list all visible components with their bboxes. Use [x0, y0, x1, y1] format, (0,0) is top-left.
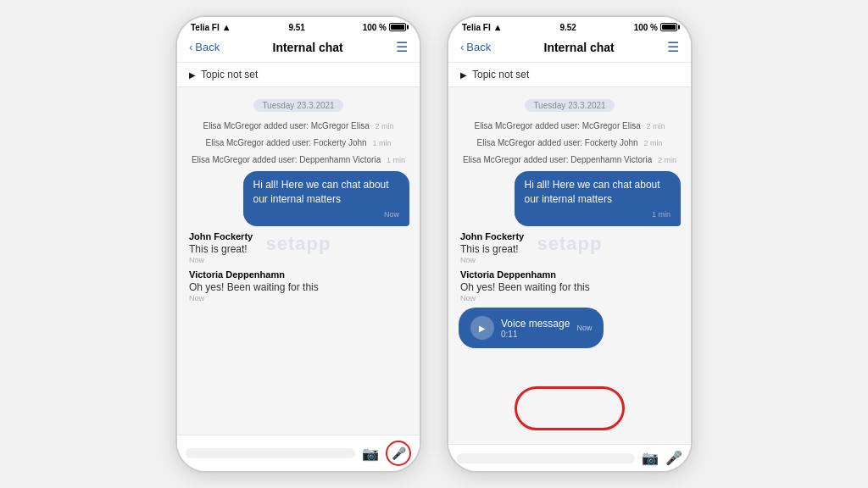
- system-msg-1-2: Elisa McGregor added user: Deppenhamn Vi…: [187, 154, 409, 166]
- incoming-msg-2-1: Victoria Deppenhamn Oh yes! Been waiting…: [459, 269, 681, 302]
- battery-fill-1: [391, 25, 404, 30]
- battery-icon-2: [660, 23, 677, 31]
- date-label-1: Tuesday 23.3.2021: [253, 99, 342, 112]
- back-arrow-1: ‹: [189, 41, 192, 53]
- system-msg-2-1: Elisa McGregor added user: Fockerty John…: [459, 137, 681, 149]
- chat-area-1[interactable]: Tuesday 23.3.2021 Elisa McGregor added u…: [177, 87, 420, 435]
- camera-icon-2[interactable]: 📷: [642, 450, 659, 466]
- input-bar-1: 📷 🎤: [177, 435, 420, 471]
- mic-icon-2[interactable]: 🎤: [665, 450, 682, 466]
- back-button-1[interactable]: ‹ Back: [189, 41, 220, 53]
- back-button-2[interactable]: ‹ Back: [460, 41, 491, 53]
- chat-area-2[interactable]: Tuesday 23.3.2021 Elisa McGregor added u…: [448, 87, 691, 444]
- back-arrow-2: ‹: [460, 41, 464, 53]
- phone-1: setapp Telia FI ▲ 9.51 100 % ‹ Back Inte…: [175, 15, 421, 473]
- voice-play-button[interactable]: ▶: [470, 316, 494, 340]
- menu-icon-1[interactable]: ☰: [396, 39, 408, 55]
- voice-label: Voice message 0:11: [501, 318, 570, 339]
- time-2: 9.52: [559, 23, 576, 32]
- camera-icon-1[interactable]: 📷: [362, 446, 379, 462]
- phone-2: setapp Telia FI ▲ 9.52 100 % ‹ Back Inte…: [447, 15, 693, 473]
- battery-label-2: 100 %: [634, 23, 658, 32]
- wifi-icon-1: ▲: [222, 22, 231, 32]
- incoming-msg-2-0: John Fockerty This is great! Now: [459, 231, 681, 264]
- carrier-2: Telia FI: [462, 23, 491, 32]
- topic-arrow-1: ▶: [189, 70, 196, 80]
- status-left-2: Telia FI ▲: [462, 22, 503, 32]
- carrier-1: Telia FI: [191, 23, 220, 32]
- battery-fill-2: [662, 25, 676, 30]
- voice-msg-row: ▶ Voice message 0:11 Now: [459, 308, 681, 348]
- time-1: 9.51: [288, 23, 304, 32]
- voice-bubble[interactable]: ▶ Voice message 0:11 Now: [459, 308, 604, 348]
- outgoing-msg-1: Hi all! Here we can chat about our inter…: [187, 171, 409, 226]
- outgoing-bubble-1: Hi all! Here we can chat about our inter…: [243, 171, 410, 226]
- menu-icon-2[interactable]: ☰: [667, 39, 679, 55]
- status-right-1: 100 %: [363, 23, 406, 32]
- system-msg-1-0: Elisa McGregor added user: McGregor Elis…: [187, 120, 409, 132]
- status-bar-2: Telia FI ▲ 9.52 100 %: [448, 17, 691, 36]
- topic-text-2: Topic not set: [472, 69, 529, 80]
- nav-title-1: Internal chat: [273, 41, 343, 54]
- nav-title-2: Internal chat: [544, 41, 615, 54]
- battery-label-1: 100 %: [363, 23, 387, 32]
- outgoing-bubble-2: Hi all! Here we can chat about our inter…: [515, 171, 682, 226]
- status-left-1: Telia FI ▲: [191, 22, 231, 32]
- outgoing-msg-2: Hi all! Here we can chat about our inter…: [459, 171, 681, 226]
- message-input-1[interactable]: [186, 448, 355, 458]
- topic-bar-2: ▶ Topic not set: [448, 63, 691, 87]
- back-label-1: Back: [195, 41, 220, 53]
- topic-arrow-2: ▶: [460, 70, 467, 80]
- nav-bar-2: ‹ Back Internal chat ☰: [448, 36, 691, 63]
- status-bar-1: Telia FI ▲ 9.51 100 %: [177, 17, 420, 36]
- incoming-msg-1-1: Victoria Deppenhamn Oh yes! Been waiting…: [187, 269, 409, 302]
- date-label-2: Tuesday 23.3.2021: [525, 99, 614, 112]
- topic-bar-1: ▶ Topic not set: [177, 63, 420, 87]
- topic-text-1: Topic not set: [201, 69, 258, 80]
- nav-bar-1: ‹ Back Internal chat ☰: [177, 36, 420, 63]
- mic-icon-1: 🎤: [392, 446, 406, 460]
- status-right-2: 100 %: [634, 23, 677, 32]
- incoming-msg-1-0: John Fockerty This is great! Now: [187, 231, 409, 264]
- voice-time: Now: [576, 324, 592, 332]
- mic-button-1[interactable]: 🎤: [386, 441, 411, 466]
- play-icon: ▶: [479, 324, 486, 333]
- system-msg-1-1: Elisa McGregor added user: Fockerty John…: [187, 137, 409, 149]
- voice-msg-label: Voice message: [501, 318, 570, 330]
- wifi-icon-2: ▲: [493, 22, 503, 32]
- back-label-2: Back: [466, 41, 491, 53]
- message-input-2[interactable]: [457, 453, 635, 463]
- system-msg-2-2: Elisa McGregor added user: Deppenhamn Vi…: [459, 154, 681, 166]
- input-bar-2: 📷 🎤: [448, 444, 691, 471]
- system-msg-2-0: Elisa McGregor added user: McGregor Elis…: [459, 120, 681, 132]
- voice-duration: 0:11: [501, 330, 570, 339]
- battery-icon-1: [389, 23, 406, 31]
